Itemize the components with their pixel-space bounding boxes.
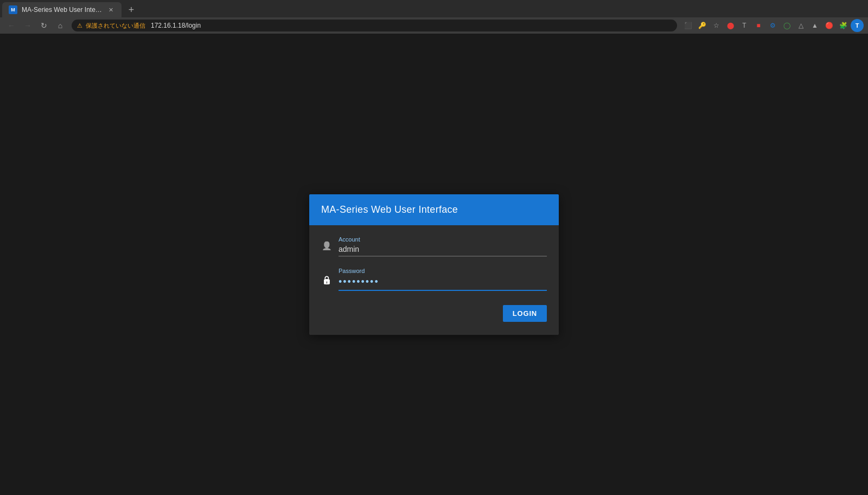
forward-button[interactable]: → <box>21 18 35 33</box>
star-icon[interactable]: ☆ <box>710 19 723 32</box>
password-input[interactable] <box>339 275 547 291</box>
active-tab[interactable]: M MA-Series Web User Inter... ✕ <box>2 2 122 17</box>
back-button[interactable]: ← <box>4 18 18 33</box>
lock-icon <box>321 271 332 291</box>
ext4-icon[interactable]: ◯ <box>780 19 793 32</box>
login-title: MA-Series Web User Interface <box>321 204 458 215</box>
ext2-icon[interactable]: ■ <box>752 19 765 32</box>
ext6-icon[interactable]: ▲ <box>808 19 821 32</box>
new-tab-button[interactable]: + <box>124 2 139 17</box>
account-field-inner: Account <box>339 236 547 257</box>
login-actions: LOGIN <box>321 302 547 322</box>
address-bar[interactable]: ⚠ 保護されていない通信 172.16.1.18/login <box>72 20 677 31</box>
account-label: Account <box>339 236 547 243</box>
security-warning-icon: ⚠ <box>77 22 82 29</box>
tab-bar: M MA-Series Web User Inter... ✕ + <box>0 0 868 17</box>
cast-icon[interactable]: ⬛ <box>681 19 694 32</box>
keys-icon[interactable]: 🔑 <box>695 19 709 32</box>
tab-title: MA-Series Web User Inter... <box>22 6 102 14</box>
address-url: 172.16.1.18/login <box>151 22 201 29</box>
profile-avatar[interactable]: T <box>851 19 864 32</box>
ext5-icon[interactable]: △ <box>794 19 807 32</box>
login-body: Account Password LOGIN <box>309 225 559 335</box>
tab-favicon: M <box>9 5 17 14</box>
nav-bar: ← → ↻ ⌂ ⚠ 保護されていない通信 172.16.1.18/login ⬛… <box>0 17 868 34</box>
login-header: MA-Series Web User Interface <box>309 194 559 225</box>
browser-chrome: M MA-Series Web User Inter... ✕ + ← → ↻ … <box>0 0 868 34</box>
password-field-group: Password <box>321 268 547 291</box>
opera-icon[interactable]: ⬤ <box>724 19 737 32</box>
puzzle-icon[interactable]: 🧩 <box>837 19 850 32</box>
security-warning-text: 保護されていない通信 <box>86 22 145 30</box>
ext7-icon[interactable]: 🔴 <box>822 19 835 32</box>
ext3-icon[interactable]: ⚙ <box>766 19 779 32</box>
ext1-icon[interactable]: T <box>738 19 751 32</box>
refresh-button[interactable]: ↻ <box>37 18 51 33</box>
login-card: MA-Series Web User Interface Account Pas… <box>309 194 559 335</box>
home-button[interactable]: ⌂ <box>53 18 67 33</box>
page-content: MA-Series Web User Interface Account Pas… <box>0 34 868 495</box>
password-field-inner: Password <box>339 268 547 291</box>
person-icon <box>321 237 332 257</box>
tab-close-button[interactable]: ✕ <box>106 5 115 14</box>
account-field-group: Account <box>321 236 547 257</box>
login-button[interactable]: LOGIN <box>503 305 547 322</box>
browser-toolbar-icons: ⬛ 🔑 ☆ ⬤ T ■ ⚙ ◯ △ ▲ 🔴 🧩 T <box>681 19 864 32</box>
account-input[interactable] <box>339 244 547 257</box>
password-label: Password <box>339 268 547 274</box>
